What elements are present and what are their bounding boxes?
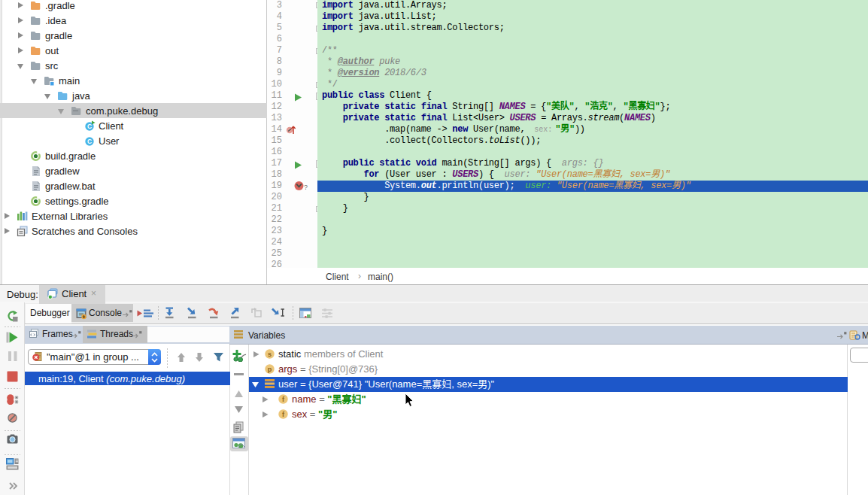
svg-text:C: C (87, 138, 92, 145)
svg-text:s: s (268, 351, 272, 358)
svg-text:C: C (87, 123, 92, 130)
svg-text:?: ? (304, 184, 308, 191)
svg-text:p: p (268, 366, 272, 373)
